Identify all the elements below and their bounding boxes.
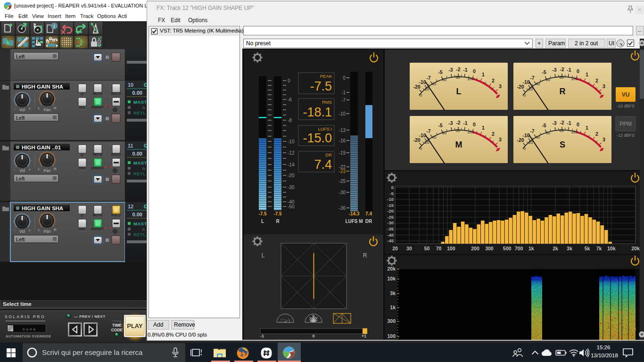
svg-text:-1: -1	[463, 67, 467, 73]
svg-text:80: 80	[559, 75, 564, 80]
svg-text:TIME: TIME	[112, 323, 122, 328]
svg-text:AUTOMATION OVERRIDE: AUTOMATION OVERRIDE	[6, 334, 51, 338]
svg-text:3: 3	[603, 83, 605, 89]
svg-text:5k: 5k	[585, 246, 590, 251]
svg-text:-3: -3	[552, 67, 556, 73]
svg-text:0: 0	[523, 93, 526, 98]
svg-text:0: 0	[577, 68, 579, 74]
svg-text:60: 60	[546, 77, 551, 82]
svg-text:-10: -10	[339, 111, 346, 116]
svg-text:-7: -7	[341, 98, 346, 103]
svg-text:2: 2	[492, 78, 495, 83]
svg-text:0: 0	[343, 75, 346, 81]
svg-text:100: 100	[467, 130, 474, 134]
svg-text:500: 500	[503, 246, 512, 251]
svg-text:INSERT: INSERT	[91, 105, 104, 109]
svg-text:MAST: MAST	[133, 160, 147, 165]
svg-text:-20: -20	[517, 84, 524, 90]
svg-text:-2: -2	[456, 66, 460, 72]
svg-text:-10 dBFS: -10 dBFS	[617, 104, 635, 108]
svg-text:-5: -5	[438, 69, 442, 75]
svg-text:100: 100	[447, 246, 455, 251]
svg-text:-2: -2	[560, 120, 564, 125]
svg-text:RETL: RETL	[133, 171, 146, 176]
svg-text:-8: -8	[288, 118, 292, 123]
svg-text:80: 80	[455, 75, 460, 80]
svg-text:-35: -35	[387, 226, 394, 231]
svg-text:-14.3: -14.3	[349, 211, 360, 216]
svg-text:100: 100	[387, 333, 396, 339]
svg-text:Pan: Pan	[43, 107, 50, 112]
svg-text:RETL: RETL	[133, 232, 146, 237]
svg-text:-1: -1	[260, 334, 264, 338]
svg-text:Pan: Pan	[43, 229, 50, 234]
svg-text:SOLO: SOLO	[111, 152, 121, 156]
svg-text:-7: -7	[426, 75, 430, 81]
svg-text:HIGH GAIN ..01: HIGH GAIN ..01	[22, 145, 61, 150]
svg-text:Vol: Vol	[19, 168, 25, 173]
svg-text:-50: -50	[288, 204, 295, 209]
svg-text:3: 3	[499, 137, 502, 142]
svg-text:MUTE: MUTE	[92, 213, 102, 217]
svg-text:3: 3	[499, 83, 502, 89]
svg-text:Left: Left	[16, 176, 25, 181]
svg-text:300: 300	[485, 246, 494, 251]
svg-text:-45: -45	[387, 238, 394, 243]
svg-text:-20: -20	[413, 84, 420, 90]
svg-text:-6: -6	[288, 97, 292, 102]
svg-text:-7.5: -7.5	[310, 79, 332, 93]
svg-text:-12: -12	[288, 150, 295, 156]
svg-text:-: -	[14, 107, 16, 111]
svg-text:-7: -7	[530, 75, 534, 81]
svg-text:INSERT: INSERT	[91, 227, 104, 231]
svg-text:-13: -13	[339, 128, 346, 133]
svg-text:3k: 3k	[567, 246, 572, 251]
svg-text:R: R	[560, 87, 566, 96]
svg-text:DR: DR	[325, 152, 332, 157]
svg-text:0: 0	[577, 122, 579, 127]
svg-text:-30: -30	[387, 220, 394, 225]
svg-text:-: -	[14, 228, 16, 233]
svg-text:env: env	[79, 105, 86, 109]
svg-text:HIGH GAIN SHA: HIGH GAIN SHA	[22, 206, 63, 211]
svg-text:SOLARIS PRO: SOLARIS PRO	[5, 314, 45, 319]
svg-text:2: 2	[595, 78, 598, 83]
svg-text:R: R	[54, 167, 57, 171]
svg-text:700: 700	[515, 246, 523, 251]
svg-text:3k: 3k	[390, 290, 396, 296]
svg-text:60: 60	[546, 131, 551, 135]
svg-text:L: L	[38, 167, 41, 171]
svg-text:MUTE: MUTE	[92, 152, 102, 156]
svg-text:+: +	[28, 167, 31, 172]
svg-text:-15.0: -15.0	[303, 131, 332, 145]
svg-text:0.00: 0.00	[132, 151, 142, 156]
svg-text:-19: -19	[339, 150, 346, 156]
svg-text:R: R	[54, 106, 57, 110]
svg-text:0.00: 0.00	[132, 90, 142, 96]
svg-text:-12 dBFS: -12 dBFS	[617, 133, 635, 138]
svg-text:100: 100	[571, 130, 578, 134]
svg-text:10: 10	[128, 82, 133, 88]
svg-text:1: 1	[586, 72, 588, 77]
svg-text:LUFS M: LUFS M	[345, 219, 363, 224]
svg-text:-30: -30	[288, 185, 295, 190]
svg-text:100: 100	[467, 76, 474, 81]
svg-text:-1: -1	[341, 90, 346, 95]
svg-text:300: 300	[387, 318, 396, 324]
svg-text:-18.1: -18.1	[303, 105, 332, 119]
svg-text:none: none	[23, 327, 37, 331]
svg-text:-7.5: -7.5	[273, 211, 282, 216]
svg-text:MUTE: MUTE	[92, 91, 102, 96]
svg-text:-: -	[14, 167, 16, 172]
svg-text:Vol: Vol	[19, 229, 25, 234]
svg-text:env: env	[79, 227, 86, 231]
svg-text:-1: -1	[463, 120, 467, 126]
svg-text:-15: -15	[387, 203, 394, 208]
svg-text:0.00: 0.00	[132, 212, 142, 217]
svg-text:Pan: Pan	[43, 168, 50, 173]
svg-text:-1: -1	[567, 120, 571, 126]
svg-text:-3: -3	[552, 120, 556, 126]
svg-text:1: 1	[482, 125, 485, 131]
svg-text:RETL: RETL	[133, 110, 146, 115]
svg-text:SOLO: SOLO	[111, 91, 121, 96]
